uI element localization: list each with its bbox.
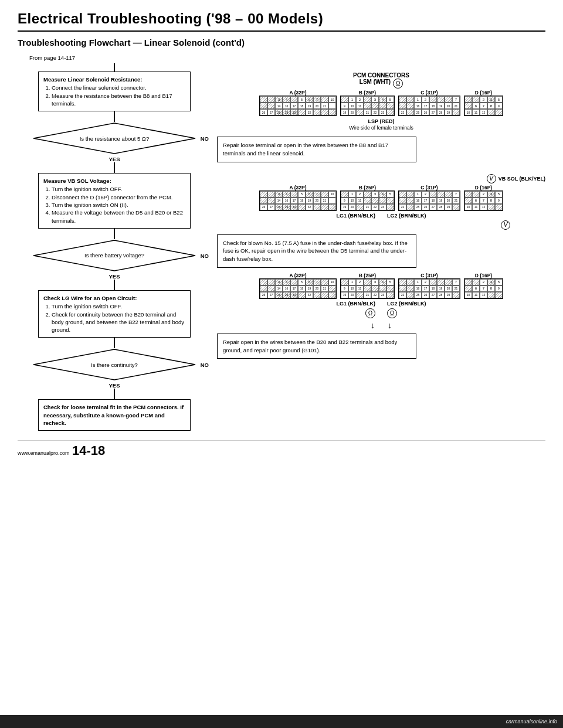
lg2-label-2: LG2 (BRN/BLK)	[387, 301, 426, 307]
pin-c-r3-4: 26	[422, 109, 429, 115]
pin-d-r2-5: 9	[495, 103, 503, 109]
pin-a12	[267, 103, 275, 109]
pin-ay	[321, 109, 328, 115]
flow-line-2	[114, 111, 115, 122]
conn-c-31p-3: C (31P) 127 161718192021 222526272829	[398, 273, 460, 299]
pin-b2: 2	[356, 96, 364, 103]
v-circle-1: V	[487, 174, 496, 183]
conn-d-row2: 6 7 8 9	[464, 103, 503, 109]
conn-a-grid-2: 3456710 14161718192021 262728293032	[259, 190, 337, 211]
pin-a31	[298, 109, 306, 115]
pin-d5: 5	[495, 96, 503, 103]
pin-d-r3-2: 11	[472, 109, 480, 115]
lsp-label: LSP (RED)	[217, 118, 545, 124]
conn-d-label-2: D (16P)	[475, 185, 492, 190]
pin-a11	[260, 103, 267, 109]
box1-title: Measure Linear Solenoid Resistance:	[43, 76, 142, 83]
pcm-title: PCM CONNECTORS	[217, 72, 545, 79]
watermark-text: carmanualsonline.info	[506, 719, 557, 724]
pin-a17: 17	[290, 103, 298, 109]
pin-a1	[260, 96, 267, 103]
right-box-1-area: Repair loose terminal or open in the wir…	[217, 137, 545, 162]
main-title: Electrical Troubleshooting ('98 – 00 Mod…	[18, 11, 545, 27]
right-box-3: Repair open in the wires between the B20…	[217, 334, 416, 359]
pin-b-r2-1: 9	[341, 103, 348, 109]
pin-c5	[429, 96, 437, 103]
pin-a6b: 6	[306, 96, 313, 103]
page-number: 14-	[72, 443, 91, 458]
footer-website: www.emanualpro.com 14-18	[18, 443, 105, 458]
omega-symbol-1: Ω	[393, 79, 403, 89]
omega-symbol-3: Ω	[387, 308, 397, 318]
diamond3-wrapper: Is there continuity? NO	[18, 348, 211, 381]
conn-b-label-1: B (25P)	[359, 90, 376, 96]
pin-b3	[364, 96, 371, 103]
pin-a32: 32	[306, 109, 313, 115]
lg1-label-2: LG1 (BRN/BLK)	[337, 301, 376, 307]
pin-a28: 28	[275, 109, 283, 115]
pin-c-r3-8	[452, 109, 460, 115]
diamond2-text: Is there battery voltage?	[61, 252, 168, 258]
pin-c6	[437, 96, 445, 103]
pin-c4: 2	[422, 96, 429, 103]
pin-a27: 27	[267, 109, 275, 115]
right-box-2-text: Check for blown No. 15 (7.5 A) fuse in t…	[223, 240, 408, 263]
footer: www.emanualpro.com 14-18	[18, 440, 545, 458]
conn-d-16p-1: D (16P) 2 3 5 6	[464, 90, 503, 116]
pin-b-r2-5	[371, 103, 379, 109]
conn-d-label-3: D (16P)	[475, 273, 492, 278]
diamond1: Is the resistance about 5 Ω?	[32, 122, 196, 155]
box2-step1: Turn the ignition switch OFF.	[52, 185, 185, 193]
conn-d-row3: 10 11 12	[464, 109, 503, 115]
down-arrows: ↓ ↓	[217, 321, 545, 330]
yes2-label: YES	[18, 273, 211, 280]
box1-steps: Connect the linear solenoid connector. M…	[43, 84, 185, 107]
pin-a19: 19	[306, 103, 313, 109]
connector-row-1: A (32P) 3 4 5 6 7	[217, 90, 545, 116]
website-label: www.emanualpro.com	[18, 450, 70, 456]
box3-steps: Turn the ignition switch OFF. Check for …	[43, 302, 185, 334]
pin-b5: 4	[379, 96, 386, 103]
pin-b-r2-4	[364, 103, 371, 109]
pin-ax	[313, 109, 321, 115]
lg-labels-2: LG1 (BRN/BLK) LG2 (BRN/BLK)	[217, 301, 545, 307]
conn-b-label-3: B (25P)	[359, 273, 376, 278]
pin-d-r3-5	[495, 109, 503, 115]
box2-title: Measure VB SOL Voltage:	[43, 178, 111, 184]
pin-a26: 26	[260, 109, 267, 115]
right-box-3-area: Repair open in the wires between the B20…	[217, 334, 545, 359]
measure-solenoid-box: Measure Linear Solenoid Resistance: Conn…	[38, 72, 191, 111]
right-box-1: Repair loose terminal or open in the wir…	[217, 137, 416, 162]
section-title: Troubleshooting Flowchart — Linear Solen…	[18, 38, 545, 47]
pin-az	[328, 109, 336, 115]
box1-step1: Connect the linear solenoid connector.	[52, 84, 185, 91]
pin-c-r3-3: 25	[414, 109, 422, 115]
pin-b6: 5	[386, 96, 394, 103]
pin-c-r3-6: 28	[437, 109, 445, 115]
conn-c-label-2: C (31P)	[420, 185, 437, 190]
lg-labels-1: LG1 (BRN/BLK) LG2 (BRN/BLK)	[217, 213, 545, 219]
conn-a-32p-2: A (32P) 3456710 14161718192021 262728293…	[259, 185, 337, 211]
box4-title: Check for loose terminal fit in the PCM …	[43, 404, 184, 426]
conn-c-31p-1: C (31P) 1 2 7	[398, 90, 460, 116]
conn-b-25p-3: B (25P) 12345 91011 1920212223	[340, 273, 395, 299]
pin-d-r3-4	[487, 109, 495, 115]
flow-line-7	[114, 389, 115, 399]
pin-b-r2-7	[386, 103, 394, 109]
conn-b-row1: 1 2 3 4 5	[341, 96, 394, 103]
pin-a20: 20	[313, 103, 321, 109]
omega-row: Ω Ω	[217, 308, 545, 318]
pin-c7	[445, 96, 452, 103]
box2-steps: Turn the ignition switch OFF. Disconnect…	[43, 185, 185, 224]
pin-c-r2-1	[399, 103, 406, 109]
pin-b-r2-2: 10	[348, 103, 356, 109]
lsm-label: LSM (WHT)	[359, 79, 391, 85]
conn-a-grid-1: 3 4 5 6 7 10	[259, 96, 337, 116]
page-wrapper: Electrical Troubleshooting ('98 – 00 Mod…	[0, 0, 563, 728]
pin-c1	[399, 96, 406, 103]
pin-c-r3-1: 22	[399, 109, 406, 115]
no3-label: NO	[201, 362, 209, 368]
box1-step2: Measure the resistance between the B8 an…	[52, 92, 185, 108]
conn-d-grid-1: 2 3 5 6 7 8 9	[464, 96, 503, 116]
pin-d2	[472, 96, 480, 103]
